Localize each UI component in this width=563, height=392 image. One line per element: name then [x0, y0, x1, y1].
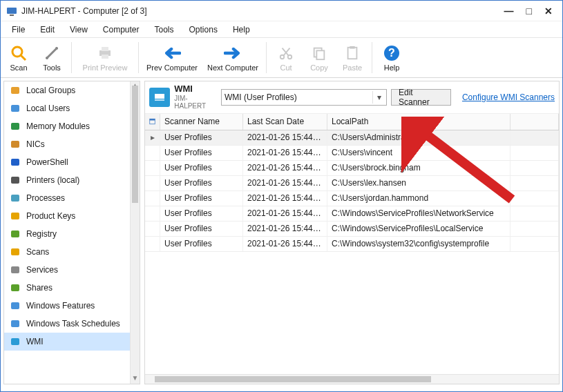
cell-last-scan-date: 2021-01-26 15:44:38 — [243, 161, 327, 175]
cell-localpath: C:\Users\jordan.hammond — [327, 191, 510, 206]
horizontal-scrollbar[interactable] — [145, 374, 559, 384]
scroll-thumb[interactable] — [132, 86, 138, 203]
sidebar-item-windows-task-schedules[interactable]: Windows Task Schedules — [4, 315, 130, 333]
table-row[interactable]: User Profiles2021-01-26 15:44:38C:\Windo… — [145, 237, 559, 252]
nic-icon — [10, 139, 21, 150]
windows-features-icon — [10, 300, 21, 311]
paste-icon — [343, 44, 361, 62]
col-extra[interactable] — [510, 114, 559, 130]
sidebar-item-label: NICs — [26, 139, 45, 149]
menu-help[interactable]: Help — [226, 23, 257, 37]
table-row[interactable]: User Profiles2021-01-26 15:44:38C:\Users… — [145, 176, 559, 191]
edit-scanner-button[interactable]: Edit Scanner — [391, 89, 451, 106]
cell-localpath: C:\Users\lex.hansen — [327, 176, 510, 190]
sidebar-item-product-keys[interactable]: Product Keys — [4, 207, 130, 225]
sidebar-item-services[interactable]: Services — [4, 261, 130, 279]
sidebar-item-local-groups[interactable]: Local Groups — [4, 81, 130, 99]
table-row[interactable]: User Profiles2021-01-26 15:44:38C:\Windo… — [145, 222, 559, 237]
sidebar-item-shares[interactable]: Shares — [4, 279, 130, 297]
cell-scanner-name: User Profiles — [160, 176, 243, 190]
menu-options[interactable]: Options — [182, 23, 225, 37]
cell-last-scan-date: 2021-01-26 15:44:38 — [243, 206, 327, 221]
sidebar-item-windows-features[interactable]: Windows Features — [4, 297, 130, 315]
tools-button[interactable]: Tools — [35, 39, 68, 76]
next-computer-button[interactable]: Next Computer — [202, 39, 263, 76]
scan-button[interactable]: Scan — [2, 39, 35, 76]
row-indicator — [145, 146, 160, 160]
svg-rect-1 — [10, 14, 14, 16]
minimize-button[interactable]: — — [504, 6, 514, 17]
processes-icon — [10, 193, 21, 204]
scissors-icon — [277, 44, 295, 62]
sidebar-item-printers-local-[interactable]: Printers (local) — [4, 171, 130, 189]
sidebar-item-powershell[interactable]: PowerShell — [4, 153, 130, 171]
svg-rect-19 — [11, 123, 19, 130]
prev-computer-button[interactable]: Prev Computer — [142, 39, 202, 76]
menu-file[interactable]: File — [5, 23, 32, 37]
grid-body: ▸User Profiles2021-01-26 15:44:38C:\User… — [145, 130, 559, 252]
svg-point-2 — [12, 47, 22, 57]
sidebar-item-registry[interactable]: Registry — [4, 225, 130, 243]
toolbar: Scan Tools Print Preview Prev Computer — [1, 38, 562, 78]
cut-button: Cut — [269, 39, 303, 76]
menu-tools[interactable]: Tools — [148, 23, 181, 37]
results-grid: Scanner Name Last Scan Date LocalPath ▸U… — [145, 114, 559, 374]
sidebar-list[interactable]: Local GroupsLocal UsersMemory ModulesNIC… — [4, 81, 130, 384]
grid-corner-icon[interactable] — [145, 114, 160, 130]
menu-view[interactable]: View — [63, 23, 95, 37]
cell-scanner-name: User Profiles — [160, 146, 243, 160]
scanner-dropdown[interactable]: WMI (User Profiles) ▾ — [221, 89, 387, 106]
sidebar-scrollbar[interactable]: ▲ ▼ — [130, 81, 140, 384]
col-last-scan-date[interactable]: Last Scan Date — [243, 114, 327, 130]
wmi-icon — [10, 336, 21, 347]
print-preview-label: Print Preview — [83, 63, 128, 72]
close-button[interactable]: ✕ — [544, 6, 553, 17]
sidebar-item-label: PowerShell — [26, 157, 68, 167]
svg-rect-27 — [11, 266, 19, 273]
sidebar-item-nics[interactable]: NICs — [4, 135, 130, 153]
table-row[interactable]: User Profiles2021-01-26 15:44:38C:\Users… — [145, 146, 559, 161]
svg-rect-31 — [11, 338, 19, 345]
copy-label: Copy — [310, 63, 328, 72]
edit-scanner-label: Edit Scanner — [399, 88, 443, 107]
powershell-icon — [10, 157, 21, 168]
content-header: WMI JIM-HALPERT WMI (User Profiles) ▾ Ed… — [145, 81, 559, 114]
table-row[interactable]: User Profiles2021-01-26 15:44:38C:\Users… — [145, 191, 559, 206]
titlebar: JIM-HALPERT - Computer [2 of 3] — □ ✕ — [1, 1, 562, 21]
h-scroll-thumb[interactable] — [155, 376, 431, 382]
registry-icon — [10, 228, 21, 239]
cell-scanner-name: User Profiles — [160, 222, 243, 236]
sidebar-item-label: WMI — [26, 337, 44, 346]
local-groups-icon — [10, 85, 21, 96]
col-scanner-name[interactable]: Scanner Name — [160, 114, 243, 130]
maximize-button[interactable]: □ — [526, 6, 532, 17]
svg-rect-28 — [11, 284, 19, 291]
sidebar-item-scans[interactable]: Scans — [4, 243, 130, 261]
sidebar-item-wmi[interactable]: WMI — [4, 333, 130, 351]
col-localpath[interactable]: LocalPath — [327, 114, 510, 130]
table-row[interactable]: User Profiles2021-01-26 15:44:38C:\Windo… — [145, 206, 559, 222]
configure-wmi-link[interactable]: Configure WMI Scanners — [462, 92, 555, 102]
sidebar-item-memory-modules[interactable]: Memory Modules — [4, 117, 130, 135]
help-button[interactable]: ? Help — [375, 39, 408, 76]
svg-text:?: ? — [388, 47, 395, 59]
menu-edit[interactable]: Edit — [33, 23, 61, 37]
paste-label: Paste — [343, 63, 362, 72]
table-row[interactable]: ▸User Profiles2021-01-26 15:44:38C:\User… — [145, 130, 559, 146]
row-indicator — [145, 176, 160, 190]
svg-line-3 — [21, 55, 26, 60]
cell-localpath: C:\Windows\ServiceProfiles\LocalService — [327, 222, 510, 236]
scroll-down-icon[interactable]: ▼ — [131, 374, 140, 384]
table-row[interactable]: User Profiles2021-01-26 15:44:38C:\Users… — [145, 161, 559, 176]
row-indicator — [145, 206, 160, 221]
svg-rect-26 — [11, 248, 19, 255]
sidebar-item-local-users[interactable]: Local Users — [4, 99, 130, 117]
product-keys-icon — [10, 210, 21, 222]
sidebar-item-label: Memory Modules — [26, 121, 90, 131]
cell-extra — [510, 191, 559, 206]
svg-point-5 — [55, 47, 58, 50]
cell-last-scan-date: 2021-01-26 15:44:38 — [243, 130, 327, 145]
chevron-down-icon[interactable]: ▾ — [372, 91, 385, 104]
sidebar-item-processes[interactable]: Processes — [4, 189, 130, 207]
menu-computer[interactable]: Computer — [96, 23, 146, 37]
